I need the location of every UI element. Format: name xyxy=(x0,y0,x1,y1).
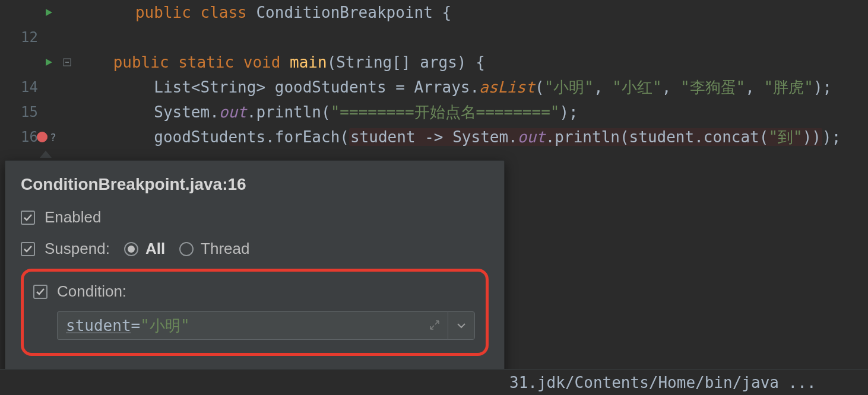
gutter[interactable]: 16 ? xyxy=(0,129,62,145)
expand-icon[interactable] xyxy=(429,317,441,335)
code-text[interactable]: goodStudents.forEach(student -> System.o… xyxy=(62,127,841,148)
enabled-label: Enabled xyxy=(45,208,101,227)
code-line: 15 System.out.println("========开始点名=====… xyxy=(0,100,868,125)
breakpoint-icon[interactable] xyxy=(37,132,47,142)
condition-input[interactable]: student = "小明" xyxy=(57,311,448,340)
console-output: 31.jdk/Contents/Home/bin/java ... xyxy=(0,369,868,395)
suspend-thread-radio[interactable] xyxy=(179,242,194,256)
suspend-thread-label: Thread xyxy=(201,240,249,258)
enabled-checkbox[interactable] xyxy=(21,211,35,225)
suspend-checkbox[interactable] xyxy=(21,242,35,256)
popup-title: ConditionBreakpoint.java:16 xyxy=(21,175,489,194)
line-number: 15 xyxy=(17,104,38,120)
suspend-label: Suspend: xyxy=(45,240,110,258)
condition-checkbox[interactable] xyxy=(33,285,47,299)
conditional-breakpoint-marker: ? xyxy=(50,131,56,144)
gutter[interactable]: 15 xyxy=(0,104,62,120)
popup-pointer xyxy=(40,151,52,158)
suspend-row: Suspend: All Thread xyxy=(21,240,489,258)
code-text[interactable]: System.out.println("========开始点名========… xyxy=(62,102,578,123)
enabled-row: Enabled xyxy=(21,208,489,227)
code-text[interactable]: public class ConditionBreakpoint { xyxy=(62,0,451,39)
line-number: 16 xyxy=(17,129,38,145)
code-line: 11 public class ConditionBreakpoint { xyxy=(0,0,868,25)
condition-highlight-box: Condition: student = "小明" xyxy=(21,269,489,356)
line-number: 14 xyxy=(17,79,38,95)
gutter[interactable]: 14 xyxy=(0,79,62,95)
suspend-all-radio[interactable] xyxy=(124,242,138,256)
condition-input-wrap: student = "小明" xyxy=(57,311,475,340)
code-text[interactable]: public static void main(String[] args) { xyxy=(71,53,485,71)
breakpoint-popup: ConditionBreakpoint.java:16 Enabled Susp… xyxy=(5,160,505,391)
condition-row: Condition: xyxy=(33,282,475,301)
code-line: 14 List<String> goodStudents = Arrays.as… xyxy=(0,75,868,100)
code-text[interactable]: List<String> goodStudents = Arrays.asLis… xyxy=(62,77,832,98)
suspend-all-label: All xyxy=(145,240,165,258)
code-line: 16 ? goodStudents.forEach(student -> Sys… xyxy=(0,125,868,149)
console-text: 31.jdk/Contents/Home/bin/java ... xyxy=(509,374,816,391)
code-line: 13 public static void main(String[] args… xyxy=(0,50,868,75)
condition-label: Condition: xyxy=(57,282,126,301)
fold-icon[interactable] xyxy=(63,58,71,66)
condition-history-dropdown[interactable] xyxy=(448,311,475,340)
